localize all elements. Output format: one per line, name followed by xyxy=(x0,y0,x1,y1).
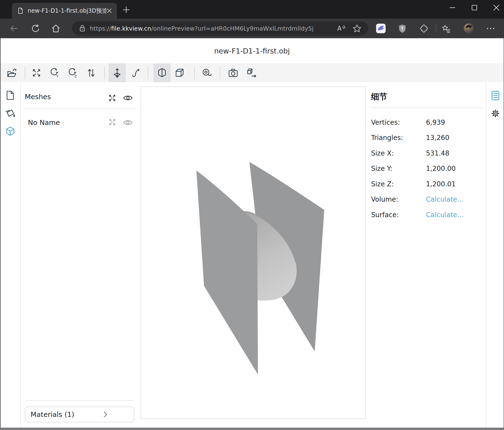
toolbar-divider xyxy=(25,67,25,79)
meshes-panel-title: Meshes xyxy=(25,93,51,101)
page-content: new-F1-D1-1-first.obj xyxy=(0,38,504,428)
detail-label: Size Y: xyxy=(371,165,426,172)
sidebar-item-materials[interactable] xyxy=(5,108,16,119)
close-button[interactable] xyxy=(491,2,502,13)
read-aloud-letter: A xyxy=(337,25,342,32)
favorites-hub-icon[interactable] xyxy=(441,24,451,33)
page-favicon-icon xyxy=(17,7,24,14)
tab-close-icon[interactable] xyxy=(107,8,112,14)
left-rail-divider xyxy=(20,82,21,428)
detail-row-size-y: Size Y: 1,200.00 xyxy=(371,161,484,177)
details-rows: Vertices: 6,939 Triangles: 13,260 Size X… xyxy=(371,115,484,223)
toolbar-divider xyxy=(148,67,148,79)
sidebar-item-file[interactable] xyxy=(5,90,16,101)
export-icon xyxy=(246,67,257,78)
url-path: /onlinePreview?url=aHR0cHM6Ly9maWxlLmtrd… xyxy=(151,25,314,32)
solid-view-button[interactable] xyxy=(153,63,171,82)
browser-window: new-F1-D1-1-first.obj3D预览 xyxy=(0,0,504,430)
bird-extension-icon[interactable] xyxy=(376,23,386,33)
meshes-visibility-icon[interactable] xyxy=(123,94,133,102)
fit-view-button[interactable] xyxy=(28,63,45,82)
materials-divider xyxy=(25,400,134,401)
toolbar-divider xyxy=(104,67,105,79)
detail-row-size-z: Size Z: 1,200.01 xyxy=(371,176,484,192)
camera-icon xyxy=(228,67,239,78)
axis-z-label: Z xyxy=(74,74,77,78)
translate-icon xyxy=(112,67,123,78)
avatar[interactable] xyxy=(463,23,474,34)
tab-title: new-F1-D1-1-first.obj3D预览 xyxy=(28,7,107,15)
detail-value: 13,260 xyxy=(426,134,449,142)
detail-value: 1,200.01 xyxy=(426,180,456,188)
calculate-surface-link[interactable]: Calculate... xyxy=(426,211,463,219)
wireframe-view-icon xyxy=(174,67,185,78)
translate-button[interactable] xyxy=(108,63,126,82)
detail-row-volume: Volume: Calculate... xyxy=(371,192,484,207)
detail-label: Size X: xyxy=(371,149,426,157)
detail-value: 1,200.00 xyxy=(426,165,456,172)
open-file-button[interactable] xyxy=(3,63,20,82)
url-protocol: https:// xyxy=(90,25,111,32)
detail-row-triangles: Triangles: 13,260 xyxy=(371,130,484,146)
mesh-list-item[interactable]: No Name xyxy=(28,119,60,127)
home-icon[interactable] xyxy=(51,24,61,33)
toolbar-divider xyxy=(436,24,436,32)
new-tab-button[interactable] xyxy=(122,6,130,14)
toolbar-divider xyxy=(194,67,195,79)
minimize-button[interactable] xyxy=(447,2,458,13)
mesh-visibility-icon[interactable] xyxy=(123,119,133,126)
materials-button[interactable]: Materials (1) xyxy=(25,407,134,422)
window-bottom-edge xyxy=(0,428,504,430)
url-text[interactable]: https://file.kkview.cn/onlinePreview?url… xyxy=(90,25,314,32)
url-host: file.kkview.cn xyxy=(111,25,151,32)
measure-button[interactable] xyxy=(198,63,215,82)
more-menu-icon[interactable] xyxy=(486,26,495,31)
rotate-orbit-button[interactable] xyxy=(127,63,144,82)
viewer-toolbar: Y Z xyxy=(1,63,503,82)
model-viewport[interactable] xyxy=(141,86,366,419)
puzzle-extensions-icon[interactable] xyxy=(419,24,428,33)
favorite-star-icon[interactable] xyxy=(352,24,361,33)
sidebar-item-model-tree[interactable] xyxy=(5,126,16,137)
details-list-icon[interactable] xyxy=(491,91,499,101)
back-icon[interactable] xyxy=(9,24,19,33)
lock-icon[interactable] xyxy=(78,24,86,32)
right-rail-divider xyxy=(486,82,486,428)
rotate-z-button[interactable]: Z xyxy=(64,63,81,82)
window-controls xyxy=(447,0,502,15)
mesh-fit-icon[interactable] xyxy=(108,118,117,126)
shield-extension-icon[interactable]: T xyxy=(397,24,407,33)
detail-label: Vertices: xyxy=(371,119,426,126)
open-file-icon xyxy=(6,67,17,78)
calculate-volume-link[interactable]: Calculate... xyxy=(426,196,463,203)
chevron-right-icon xyxy=(82,411,129,418)
export-button[interactable] xyxy=(243,63,260,82)
detail-row-size-x: Size X: 531.48 xyxy=(371,145,484,161)
detail-label: Volume: xyxy=(371,196,426,203)
address-bar[interactable]: https://file.kkview.cn/onlinePreview?url… xyxy=(72,21,368,36)
detail-row-surface: Surface: Calculate... xyxy=(371,207,484,223)
materials-button-label: Materials (1) xyxy=(31,411,77,419)
screenshot-button[interactable] xyxy=(225,63,242,82)
read-aloud-icon[interactable]: A xyxy=(336,23,346,33)
axis-y-label: Y xyxy=(56,74,58,78)
browser-tab[interactable]: new-F1-D1-1-first.obj3D预览 xyxy=(12,3,117,19)
settings-gear-icon[interactable] xyxy=(490,108,501,119)
fit-view-icon xyxy=(31,67,42,78)
flip-vertical-button[interactable] xyxy=(82,63,100,82)
refresh-icon[interactable] xyxy=(30,24,40,33)
rotate-y-button[interactable]: Y xyxy=(46,63,63,82)
detail-row-vertices: Vertices: 6,939 xyxy=(371,115,484,130)
meshes-header-divider xyxy=(25,108,137,109)
maximize-button[interactable] xyxy=(469,2,480,13)
meshes-fit-icon[interactable] xyxy=(108,94,117,102)
detail-value: 531.48 xyxy=(426,149,449,157)
details-header-divider xyxy=(371,108,483,108)
detail-label: Size Z: xyxy=(371,180,426,188)
measure-icon xyxy=(201,67,212,78)
page-title: new-F1-D1-1-first.obj xyxy=(1,47,503,55)
details-panel-title: 细节 xyxy=(371,91,387,102)
flip-vertical-icon xyxy=(86,67,97,78)
model-left-plane xyxy=(196,170,258,374)
wireframe-view-button[interactable] xyxy=(171,63,188,82)
